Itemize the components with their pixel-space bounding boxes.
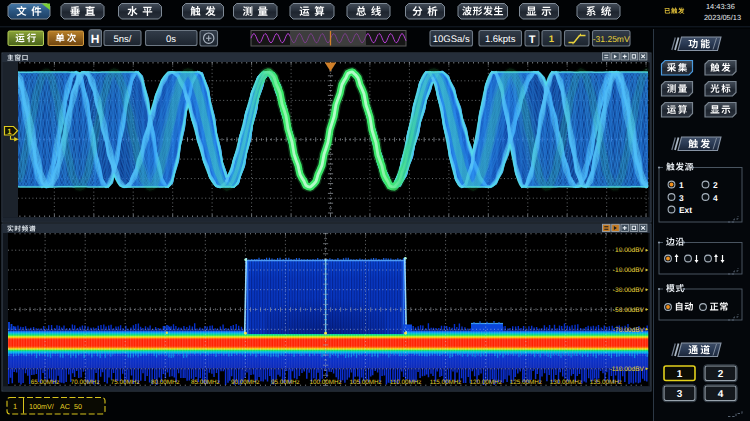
svg-text:120.00MHz: 120.00MHz — [470, 379, 502, 386]
svg-text:1: 1 — [677, 369, 683, 380]
svg-text:-30.00dBV: -30.00dBV — [613, 287, 645, 294]
svg-text:100.00MHz: 100.00MHz — [309, 379, 341, 386]
svg-text:0s: 0s — [166, 34, 176, 45]
svg-text:110.00MHz: 110.00MHz — [390, 379, 422, 386]
svg-text:-70.00dBV: -70.00dBV — [613, 327, 645, 334]
svg-text:-50.00dBV: -50.00dBV — [613, 307, 645, 314]
svg-text:Ext: Ext — [679, 205, 692, 215]
svg-text:5ns/: 5ns/ — [114, 34, 132, 45]
svg-text:125.00MHz: 125.00MHz — [510, 379, 542, 386]
svg-text:130.00MHz: 130.00MHz — [550, 379, 582, 386]
svg-text:1: 1 — [549, 34, 555, 45]
svg-text:AC: AC — [60, 402, 70, 411]
svg-text:95.00MHz: 95.00MHz — [271, 379, 300, 386]
svg-text:3: 3 — [677, 389, 683, 400]
svg-text:1: 1 — [13, 402, 17, 411]
svg-text:105.00MHz: 105.00MHz — [349, 379, 381, 386]
svg-text:75.00MHz: 75.00MHz — [111, 379, 140, 386]
svg-text:115.00MHz: 115.00MHz — [430, 379, 462, 386]
svg-text:-110.00dBV: -110.00dBV — [610, 366, 645, 373]
svg-text:10.00dBV: 10.00dBV — [615, 247, 645, 254]
svg-text:1: 1 — [7, 127, 11, 136]
svg-text:65.00MHz: 65.00MHz — [31, 379, 60, 386]
svg-text:H: H — [91, 32, 100, 46]
svg-text:4: 4 — [713, 193, 718, 203]
svg-text:-31.25mV: -31.25mV — [593, 34, 630, 44]
svg-text:14:43:36: 14:43:36 — [706, 2, 735, 11]
svg-text:100mV/: 100mV/ — [29, 402, 54, 411]
svg-text:3: 3 — [679, 193, 684, 203]
svg-text:1: 1 — [679, 180, 684, 190]
svg-text:10GSa/s: 10GSa/s — [433, 34, 470, 45]
svg-text:2: 2 — [713, 180, 718, 190]
svg-text:-10.00dBV: -10.00dBV — [613, 267, 645, 274]
svg-text:135.00MHz: 135.00MHz — [590, 379, 622, 386]
svg-text:2023/05/13: 2023/05/13 — [704, 13, 741, 22]
svg-text:50: 50 — [74, 402, 82, 411]
svg-text:T: T — [529, 34, 536, 46]
svg-text:4: 4 — [718, 389, 724, 400]
svg-text:85.00MHz: 85.00MHz — [191, 379, 220, 386]
svg-text:1.6kpts: 1.6kpts — [485, 34, 516, 45]
svg-text:80.00MHz: 80.00MHz — [151, 379, 180, 386]
svg-text:70.00MHz: 70.00MHz — [71, 379, 100, 386]
svg-text:90.00MHz: 90.00MHz — [231, 379, 260, 386]
svg-text:2: 2 — [718, 369, 724, 380]
